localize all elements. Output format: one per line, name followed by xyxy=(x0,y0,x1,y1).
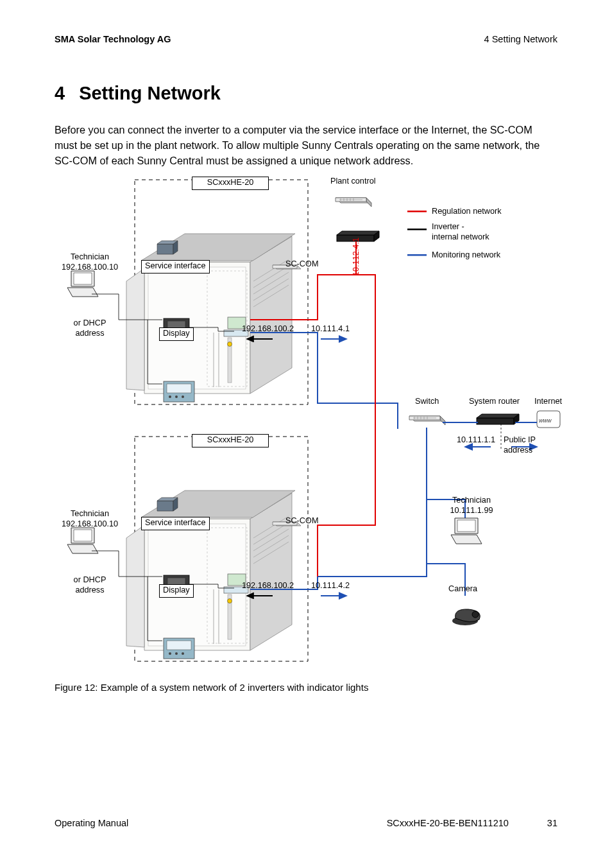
footer-doc-id: SCxxxHE-20-BE-BEN111210 xyxy=(387,818,509,828)
public-ip-label: Public IP address xyxy=(504,435,561,456)
svg-rect-60 xyxy=(407,229,427,230)
dhcp-label-1: or DHCP address xyxy=(61,318,119,339)
body-paragraph: Before you can connect the inverter to a… xyxy=(55,122,557,168)
svg-point-58 xyxy=(472,611,479,618)
legend-inverter-internal-label: Inverter - internal network xyxy=(432,222,489,243)
svg-rect-59 xyxy=(407,211,427,213)
dhcp-label-2: or DHCP address xyxy=(61,575,119,596)
header-company: SMA Solar Technology AG xyxy=(55,34,171,44)
legend-monitoring-label: Monitoring network xyxy=(432,250,500,261)
service-interface-label-1: Service interface xyxy=(141,260,210,273)
service-interface-label-2: Service interface xyxy=(141,517,210,530)
sc-com-local-ip-2: 192.168.100.2 xyxy=(242,581,294,591)
internet-label: Internet xyxy=(534,397,562,407)
regulation-ip-label: 10.112.4.1 xyxy=(352,234,362,280)
technician-local-label-2: Technician 192.168.100.10 xyxy=(48,509,132,530)
plant-control-label: Plant control xyxy=(330,177,376,187)
footer-doc-type: Operating Manual xyxy=(55,818,128,828)
camera-label: Camera xyxy=(448,584,477,595)
technician-remote-label: Technician 10.111.1.99 xyxy=(433,496,510,516)
display-label-2: Display xyxy=(159,584,194,598)
section-title: Setting Network xyxy=(79,83,221,103)
network-diagram: .dashed { fill:none; stroke:#000; stroke… xyxy=(55,178,561,673)
header-section: 4 Setting Network xyxy=(484,34,557,44)
sc-com-local-ip-1: 192.168.100.2 xyxy=(242,324,294,334)
inverter-model-label-2: SCxxxHE-20 xyxy=(192,434,269,447)
display-label-1: Display xyxy=(159,327,194,341)
page-header: SMA Solar Technology AG 4 Setting Networ… xyxy=(55,34,557,44)
section-number: 4 xyxy=(55,83,65,103)
figure-caption: Figure 12: Example of a system network o… xyxy=(55,682,557,693)
footer-page-number: 31 xyxy=(547,818,557,828)
switch-label: Switch xyxy=(415,397,439,407)
sc-com-label-1: SC-COM xyxy=(285,259,318,270)
inverter-model-label-1: SCxxxHE-20 xyxy=(192,177,269,190)
section-heading: 4Setting Network xyxy=(55,83,557,104)
sc-com-label-2: SC-COM xyxy=(285,516,318,526)
sc-com-net-ip-1: 10.111.4.1 xyxy=(311,324,350,334)
system-router-label: System router xyxy=(469,397,520,407)
legend-regulation-label: Regulation network xyxy=(432,207,502,217)
sc-com-net-ip-2: 10.111.4.2 xyxy=(311,581,350,591)
page-footer: Operating Manual SCxxxHE-20-BE-BEN111210… xyxy=(55,818,557,828)
svg-text:www: www xyxy=(539,417,552,424)
router-ip-label: 10.111.1.1 xyxy=(457,435,495,446)
svg-rect-61 xyxy=(407,254,427,256)
technician-local-label-1: Technician 192.168.100.10 xyxy=(48,252,132,273)
